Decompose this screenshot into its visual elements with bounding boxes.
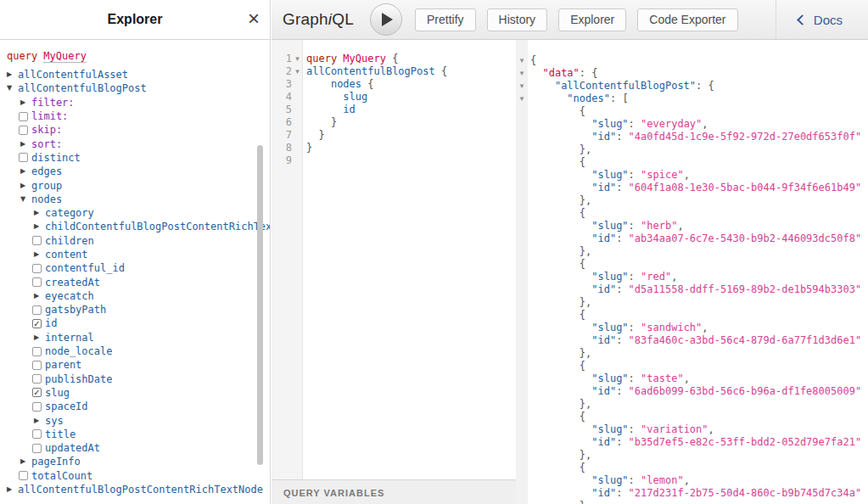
tree-row-updatedat[interactable]: updatedAt [7,441,270,455]
token-punc: : { [580,67,598,79]
tree-row-publishdate[interactable]: publishDate [7,372,270,386]
token-punc: { [361,78,373,90]
tree-row-children[interactable]: children [7,234,270,248]
result-line: "slug": "lemon", [530,474,868,487]
docs-toggle-link[interactable]: Docs [776,0,868,39]
line-number: 9 [272,154,292,167]
tree-row-edges[interactable]: ▶edges [7,165,270,178]
result-fold-arrow-icon[interactable]: ▾ [516,54,528,67]
token-prop: "slug" [591,169,628,181]
explorer-button[interactable]: Explorer [558,8,626,31]
play-icon [382,13,393,26]
tree-row-filter[interactable]: ▶filter: [7,96,270,109]
tree-label: parent [45,359,81,371]
token-punc: , [702,118,708,130]
token-punc: }, [580,143,591,155]
token-plain [530,385,591,397]
tree-row-pageinfo[interactable]: ▶pageInfo [7,455,270,468]
fold-arrow-icon[interactable]: ▾ [292,65,303,78]
explorer-scrollbar-thumb[interactable] [257,145,263,465]
tree-row-group[interactable]: ▶group [7,178,270,192]
tree-row-gatsbypath[interactable]: gatsbyPath [7,303,270,316]
result-line: "id": "83fa460c-a3bd-56c4-879d-6a77f1d3d… [530,334,868,347]
code-exporter-button[interactable]: Code Exporter [637,8,737,31]
token-kw: query [306,53,337,64]
tree-row-createdat[interactable]: createdAt [7,275,270,288]
checkbox-unchecked-icon [19,126,28,135]
query-name-input[interactable]: MyQuery [43,50,87,63]
tree-row-parent[interactable]: parent [7,358,270,372]
tree-row-title[interactable]: title [7,428,270,441]
token-prop: "allContentfulBlogPost" [555,80,696,92]
explorer-panel: Explorer × query MyQuery ▶allContentfulA… [0,0,271,504]
tree-row-totalcount[interactable]: totalCount [7,469,270,483]
query-name-row[interactable]: query MyQuery [7,49,270,64]
result-line: "slug": "variation", [530,423,868,436]
history-button[interactable]: History [487,8,548,31]
tree-row-contentful-id[interactable]: contentful_id [7,261,270,275]
tree-row-skip[interactable]: skip: [7,123,270,137]
execute-query-button[interactable] [370,3,402,36]
fold-arrow-icon[interactable]: ▾ [292,53,303,65]
tree-label: allContentfulBlogPost [18,82,147,94]
tree-row-allcontentfulblogpost[interactable]: ▼allContentfulBlogPost [7,81,270,95]
tree-label: filter: [31,97,75,109]
token-punc: : [616,182,628,193]
token-plain [530,207,580,219]
tree-row-sort[interactable]: ▶sort: [7,137,270,150]
tree-row-category[interactable]: ▶category [7,206,270,220]
token-prop: "slug" [591,322,628,333]
result-fold-arrow-icon[interactable]: ▾ [516,92,528,105]
tree-label: edges [31,165,62,177]
result-fold-arrow-icon[interactable]: ▾ [516,80,528,92]
tree-row-sys[interactable]: ▶sys [7,413,270,427]
line-number: 6 [272,116,292,129]
tree-row-distinct[interactable]: distinct [7,151,270,165]
tree-label: skip: [31,124,62,136]
result-line: "data": { [530,67,868,80]
token-punc: }, [580,398,591,410]
tree-row-childcontentfulblogpostcontentrichtextnode[interactable]: ▶childContentfulBlogPostContentRichTextN… [7,220,270,233]
editor-line-text: } [303,116,337,129]
chevron-expanded-icon: ▼ [20,195,31,204]
token-punc: , [708,423,714,435]
pane-resizer[interactable]: ▾▾▾▾ [516,40,528,504]
tree-row-nodes[interactable]: ▼nodes [7,193,270,206]
token-plain [530,67,542,79]
token-punc: { [580,360,585,372]
result-line: "id": "604f1a08-1e30-5bac-b044-9f34f6e61… [530,182,868,194]
tree-label: title [45,428,76,440]
result-fold-arrow-icon[interactable]: ▾ [516,67,528,80]
chevron-collapsed-icon: ▶ [20,140,31,148]
tree-row-allcontentfulasset[interactable]: ▶allContentfulAsset [7,68,270,81]
token-punc: : [629,220,641,232]
token-plain [530,334,591,346]
token-plain [530,411,580,423]
tree-row-limit[interactable]: limit: [7,109,270,123]
tree-row-node-locale[interactable]: node_locale [7,344,270,358]
token-prop: "id" [591,131,616,143]
tree-row-internal[interactable]: ▶internal [7,331,270,344]
query-variables-bar[interactable]: QUERY VARIABLES [272,479,516,504]
tree-row-spaceid[interactable]: spaceId [7,400,270,413]
close-icon[interactable]: × [248,7,260,31]
token-punc: }, [580,194,591,206]
tree-row-content[interactable]: ▶content [7,248,270,261]
tree-row-allcontentfulblogpostcontentrichtextnode[interactable]: ▶allContentfulBlogPostContentRichTextNod… [7,483,270,496]
token-prop: "nodes" [567,92,610,104]
tree-label: spaceId [45,400,88,412]
result-line: "slug": "everyday", [530,118,868,131]
token-plain [530,436,591,448]
result-line: }, [530,449,868,462]
tree-row-slug[interactable]: ✓slug [7,386,270,400]
token-plain [530,220,591,232]
tree-label: pageInfo [31,456,81,468]
token-prop: "slug" [591,220,628,232]
tree-row-eyecatch[interactable]: ▶eyecatch [7,289,270,303]
token-plain [530,462,580,473]
tree-row-id[interactable]: ✓id [7,316,270,330]
prettify-button[interactable]: Prettify [415,8,476,31]
query-editor-code[interactable]: 1▾query MyQuery {2▾allContentfulBlogPost… [272,40,516,167]
editor-line-text: } [303,142,312,154]
chevron-collapsed-icon: ▶ [20,182,31,190]
